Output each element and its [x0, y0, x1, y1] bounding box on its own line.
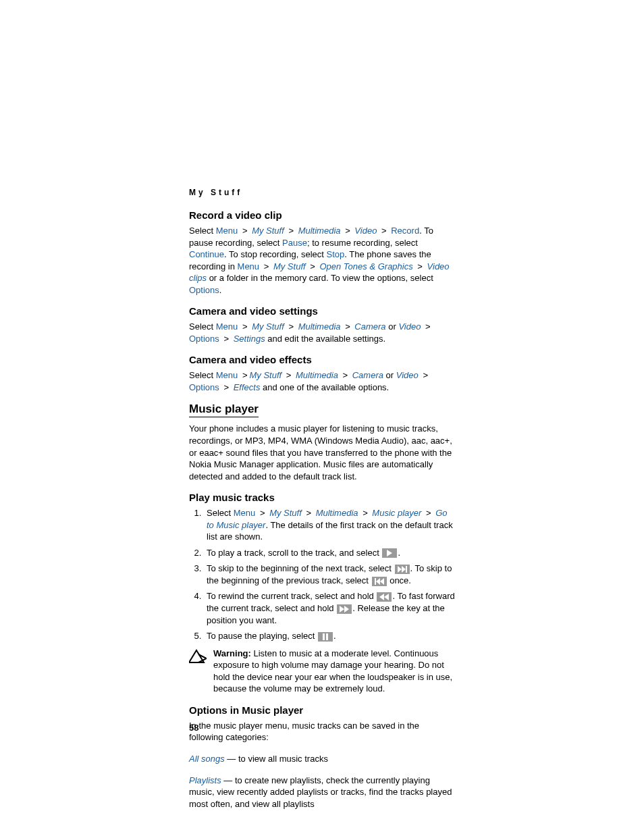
- list-item: To skip to the beginning of the next tra…: [204, 563, 455, 586]
- play-icon: [382, 548, 397, 558]
- heading-music-player: Music player: [189, 402, 259, 417]
- continue-link: Continue: [189, 249, 224, 259]
- page-number: 58: [189, 723, 198, 733]
- mystuff-link: My Stuff: [273, 261, 306, 271]
- menu-link: Menu: [238, 261, 260, 271]
- open-tones-link: Open Tones & Graphics: [319, 261, 412, 271]
- svg-marker-9: [340, 606, 344, 613]
- stop-link: Stop: [327, 249, 345, 259]
- multimedia-link: Multimedia: [296, 370, 338, 380]
- mystuff-link: My Stuff: [252, 226, 284, 236]
- list-item: To play a track, scroll to the track, an…: [204, 547, 455, 559]
- svg-rect-12: [326, 633, 328, 640]
- paragraph: Select Menu > My Stuff > Multimedia > Ca…: [189, 321, 455, 344]
- svg-rect-11: [323, 633, 325, 640]
- svg-marker-2: [402, 566, 406, 573]
- menu-link: Menu: [216, 226, 238, 236]
- options-link: Options: [189, 285, 219, 295]
- all-songs-link: All songs: [189, 754, 225, 764]
- playlists-link: Playlists: [189, 775, 221, 785]
- multimedia-link: Multimedia: [298, 321, 341, 332]
- paragraph: Select Menu >My Stuff > Multimedia > Cam…: [189, 369, 455, 393]
- list-item: Select Menu > My Stuff > Multimedia > Mu…: [204, 507, 455, 543]
- video-link: Video: [398, 321, 421, 332]
- rewind-icon: [377, 592, 392, 602]
- options-link: Options: [189, 382, 219, 392]
- svg-marker-6: [380, 578, 384, 585]
- mystuff-link: My Stuff: [252, 321, 284, 332]
- camera-link: Camera: [354, 321, 385, 332]
- svg-rect-3: [406, 566, 407, 573]
- running-header: My Stuff: [189, 188, 455, 197]
- options-link: Options: [189, 334, 219, 344]
- multimedia-link: Multimedia: [298, 226, 341, 236]
- multimedia-link: Multimedia: [316, 508, 358, 518]
- menu-link: Menu: [234, 508, 256, 518]
- mystuff-link: My Stuff: [250, 370, 282, 380]
- heading-play-tracks: Play music tracks: [189, 492, 455, 503]
- list-item: To rewind the current track, select and …: [204, 590, 455, 626]
- warning-text: Warning: Listen to music at a moderate l…: [213, 648, 455, 695]
- svg-marker-8: [384, 594, 389, 600]
- heading-options-music: Options in Music player: [189, 704, 455, 716]
- settings-link: Settings: [234, 334, 265, 344]
- warning-icon: [189, 649, 207, 667]
- heading-camera-effects: Camera and video effects: [189, 354, 455, 365]
- manual-page: My Stuff Record a video clip Select Menu…: [0, 0, 644, 834]
- menu-link: Menu: [216, 321, 238, 332]
- fast-forward-icon: [337, 604, 352, 614]
- svg-marker-10: [344, 606, 349, 613]
- record-link: Record: [391, 226, 419, 236]
- video-link: Video: [396, 370, 419, 380]
- paragraph: In the music player menu, music tracks c…: [189, 720, 455, 744]
- heading-record-video: Record a video clip: [189, 209, 455, 221]
- paragraph: All songs — to view all music tracks: [189, 753, 455, 765]
- mystuff-link: My Stuff: [269, 508, 302, 518]
- video-link: Video: [354, 226, 377, 236]
- svg-marker-0: [387, 550, 392, 556]
- svg-marker-1: [398, 566, 402, 573]
- paragraph: Playlists — to create new playlists, che…: [189, 775, 455, 810]
- pause-link: Pause: [282, 238, 307, 248]
- prev-track-icon: [372, 577, 387, 586]
- pause-icon: [318, 632, 333, 642]
- next-track-icon: [395, 565, 410, 574]
- menu-link: Menu: [216, 370, 238, 380]
- heading-camera-settings: Camera and video settings: [189, 305, 455, 317]
- camera-link: Camera: [352, 370, 383, 380]
- ordered-list: Select Menu > My Stuff > Multimedia > Mu…: [189, 507, 455, 642]
- warning-block: Warning: Listen to music at a moderate l…: [189, 648, 455, 695]
- paragraph: Your phone includes a music player for l…: [189, 423, 455, 482]
- svg-marker-7: [379, 594, 384, 600]
- effects-link: Effects: [234, 382, 261, 392]
- svg-marker-5: [376, 578, 380, 585]
- paragraph: Select Menu > My Stuff > Multimedia > Vi…: [189, 225, 455, 296]
- music-player-link: Music player: [372, 508, 421, 518]
- list-item: To pause the playing, select .: [204, 630, 455, 642]
- svg-rect-4: [375, 578, 376, 585]
